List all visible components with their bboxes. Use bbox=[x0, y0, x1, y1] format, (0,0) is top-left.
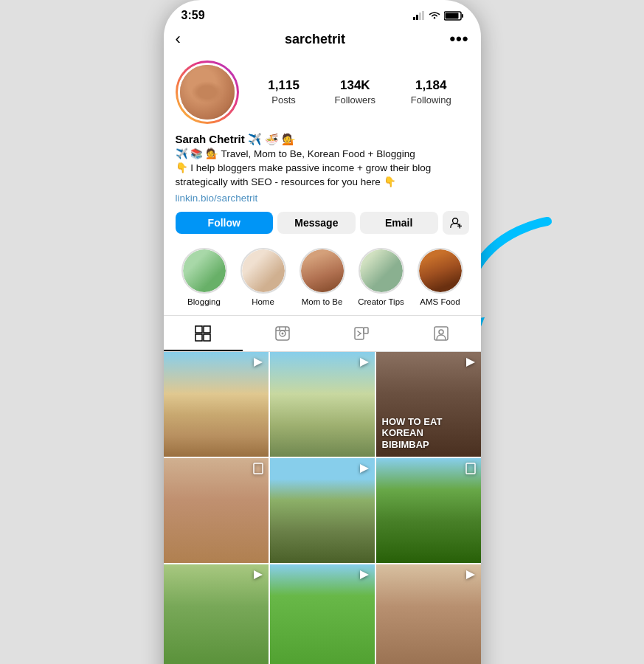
bio-link[interactable]: linkin.bio/sarchetrit bbox=[176, 193, 469, 204]
story-item[interactable]: Creator Tips bbox=[357, 248, 406, 306]
status-bar: 3:59 bbox=[164, 0, 481, 27]
svg-rect-22 bbox=[364, 328, 368, 333]
story-thumbnail-home bbox=[242, 249, 285, 292]
save-icon bbox=[252, 463, 264, 477]
story-circle-creator[interactable] bbox=[359, 248, 404, 294]
svg-point-26 bbox=[439, 330, 443, 334]
story-label-creator: Creator Tips bbox=[358, 297, 404, 306]
avatar-face bbox=[180, 65, 235, 120]
reel-icon bbox=[252, 356, 264, 370]
svg-rect-27 bbox=[254, 463, 263, 474]
tab-reels[interactable] bbox=[243, 316, 322, 351]
grid-item[interactable] bbox=[270, 458, 375, 563]
tab-grid[interactable] bbox=[164, 316, 243, 351]
grid-icon bbox=[194, 325, 212, 342]
back-button[interactable]: ‹ bbox=[176, 30, 181, 49]
story-item[interactable]: Blogging bbox=[180, 248, 229, 306]
svg-rect-13 bbox=[195, 334, 202, 341]
story-circle-mom[interactable] bbox=[300, 248, 345, 294]
story-item[interactable]: Mom to Be bbox=[298, 248, 347, 306]
action-buttons: Follow Message Email bbox=[176, 211, 469, 235]
grid-item[interactable] bbox=[164, 564, 269, 664]
grid-item[interactable] bbox=[376, 564, 481, 664]
save-icon bbox=[465, 463, 477, 477]
svg-rect-28 bbox=[466, 463, 475, 474]
email-button[interactable]: Email bbox=[360, 212, 438, 234]
posts-label: Posts bbox=[271, 94, 296, 106]
following-label: Following bbox=[411, 94, 451, 106]
svg-rect-12 bbox=[204, 326, 210, 333]
followers-label: Followers bbox=[334, 94, 375, 106]
svg-rect-11 bbox=[195, 326, 202, 333]
igtv-icon bbox=[353, 325, 370, 342]
more-options-button[interactable]: ••• bbox=[449, 30, 468, 49]
tabs-row bbox=[164, 315, 481, 352]
tab-igtv[interactable] bbox=[322, 316, 402, 351]
story-label-mom: Mom to Be bbox=[302, 297, 343, 306]
stats-row: 1,115 Posts 134K Followers 1,184 Followi… bbox=[251, 78, 469, 106]
wifi-icon bbox=[429, 11, 440, 20]
followers-count: 134K bbox=[334, 78, 375, 93]
tab-tagged[interactable] bbox=[401, 316, 481, 351]
stories-row: Blogging Home Mom to Be bbox=[176, 242, 469, 312]
avatar[interactable] bbox=[176, 60, 239, 124]
phone-frame: 3:59 bbox=[164, 0, 481, 664]
story-label-food: AMS Food bbox=[420, 297, 460, 306]
svg-rect-7 bbox=[445, 13, 458, 18]
profile-section: 1,115 Posts 134K Followers 1,184 Followi… bbox=[164, 55, 481, 312]
svg-rect-14 bbox=[204, 334, 210, 341]
svg-point-8 bbox=[452, 218, 457, 223]
bio-name: Sarah Chetrit ✈️ 🍜 💁 bbox=[176, 133, 469, 146]
profile-top: 1,115 Posts 134K Followers 1,184 Followi… bbox=[176, 60, 469, 124]
story-thumbnail-mom bbox=[301, 249, 344, 292]
grid-item[interactable] bbox=[270, 564, 375, 664]
add-friend-button[interactable] bbox=[443, 211, 469, 235]
story-circle-blogging[interactable] bbox=[181, 248, 227, 294]
stat-following[interactable]: 1,184 Following bbox=[411, 78, 451, 106]
grid-item[interactable] bbox=[164, 458, 269, 563]
story-circle-food[interactable] bbox=[418, 248, 463, 294]
following-count: 1,184 bbox=[411, 78, 451, 93]
status-time: 3:59 bbox=[181, 9, 205, 22]
story-thumbnail-blogging bbox=[183, 249, 226, 292]
svg-rect-4 bbox=[422, 11, 424, 20]
story-label-blogging: Blogging bbox=[187, 297, 221, 306]
svg-rect-2 bbox=[416, 15, 418, 20]
story-item[interactable]: AMS Food bbox=[416, 248, 465, 306]
reel-icon bbox=[252, 569, 264, 583]
posts-count: 1,115 bbox=[268, 78, 300, 93]
svg-rect-1 bbox=[413, 17, 415, 20]
reel-icon bbox=[359, 569, 370, 583]
reel-icon bbox=[359, 463, 370, 477]
signal-icon bbox=[413, 11, 425, 20]
story-circle-home[interactable] bbox=[240, 248, 286, 294]
story-label-home: Home bbox=[252, 297, 274, 306]
story-item[interactable]: Home bbox=[239, 248, 288, 306]
story-thumbnail-food bbox=[419, 249, 462, 292]
svg-rect-3 bbox=[419, 13, 421, 20]
reel-icon bbox=[465, 569, 477, 583]
bibimbap-text-overlay: HOW TO EATKOREANBIBIMBAP bbox=[382, 416, 443, 451]
avatar-ring bbox=[176, 60, 239, 124]
profile-username-header: sarchetrit bbox=[285, 32, 345, 47]
bio-text: ✈️ 📚 💁 Travel, Mom to Be, Korean Food + … bbox=[176, 148, 469, 190]
message-button[interactable]: Message bbox=[277, 212, 356, 234]
stat-posts[interactable]: 1,115 Posts bbox=[268, 78, 300, 106]
stat-followers[interactable]: 134K Followers bbox=[334, 78, 375, 106]
svg-point-17 bbox=[281, 332, 283, 334]
reel-icon bbox=[359, 356, 370, 370]
reel-icon bbox=[465, 356, 477, 370]
svg-line-24 bbox=[358, 333, 361, 336]
reels-icon bbox=[274, 325, 291, 342]
svg-rect-21 bbox=[355, 328, 364, 339]
grid-item[interactable] bbox=[270, 352, 375, 457]
grid-item[interactable] bbox=[164, 352, 269, 457]
status-icons bbox=[413, 11, 463, 21]
follow-button[interactable]: Follow bbox=[176, 212, 274, 234]
grid-item-bibimbap[interactable]: HOW TO EATKOREANBIBIMBAP bbox=[376, 352, 481, 457]
add-person-icon bbox=[450, 216, 462, 229]
photo-grid: HOW TO EATKOREANBIBIMBAP bbox=[164, 352, 481, 664]
svg-rect-6 bbox=[462, 14, 463, 18]
grid-item[interactable] bbox=[376, 458, 481, 563]
tagged-icon bbox=[432, 325, 450, 342]
